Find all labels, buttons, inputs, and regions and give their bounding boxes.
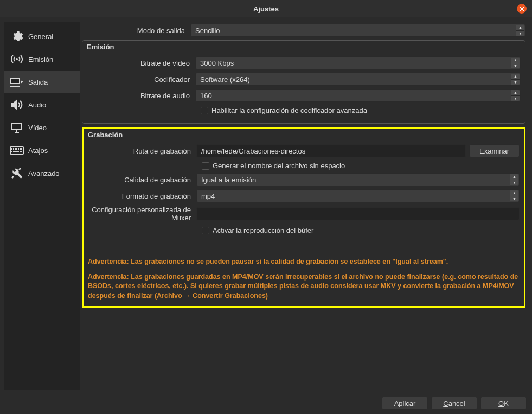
ok-button[interactable]: OK	[480, 397, 527, 410]
dialog-footer: Aplicar Cancel OK	[382, 397, 527, 410]
recording-panel: Grabación Ruta de grabación Examinar Gen…	[82, 127, 525, 308]
chevron-up-icon[interactable]: ▲	[510, 190, 518, 196]
sidebar-item-stream[interactable]: Emisión	[4, 48, 80, 71]
sidebar-item-label: Salida	[28, 78, 48, 86]
recording-path-input[interactable]	[196, 144, 466, 157]
replay-buffer-checkbox[interactable]	[202, 227, 209, 234]
recording-panel-title: Grabación	[88, 131, 520, 139]
recording-quality-label: Calidad de grabación	[88, 176, 196, 184]
titlebar: Ajustes	[0, 0, 532, 17]
chevron-up-icon[interactable]: ▲	[516, 25, 524, 31]
chevron-up-icon[interactable]: ▲	[511, 74, 520, 80]
speaker-icon	[10, 99, 24, 111]
streaming-panel: Emisión Bitrate de vídeo 3000 Kbps ▲▼ Co…	[82, 40, 525, 124]
main-content: Modo de salida Sencillo ▲▼ Emisión Bitra…	[80, 22, 528, 390]
chevron-down-icon[interactable]: ▼	[511, 80, 520, 85]
sidebar-item-label: Atajos	[28, 147, 48, 155]
monitor-icon	[10, 122, 24, 133]
sidebar-item-label: Audio	[28, 101, 46, 109]
tools-icon	[10, 167, 24, 179]
browse-button[interactable]: Examinar	[469, 144, 520, 157]
svg-rect-13	[18, 149, 19, 150]
svg-rect-2	[11, 148, 12, 149]
encoder-select[interactable]: Software (x264) ▲▼	[195, 73, 521, 86]
encoder-label: Codificador	[87, 75, 195, 84]
chevron-down-icon[interactable]: ▼	[510, 196, 518, 202]
svg-rect-6	[18, 148, 19, 149]
recording-warning-2: Advertencia: Las grabaciones guardadas e…	[88, 272, 520, 301]
replay-buffer-label: Activar la reproducción del búfer	[213, 226, 313, 234]
svg-rect-11	[15, 149, 16, 150]
advanced-encoder-label: Habilitar la configuración de codificado…	[211, 106, 367, 114]
gear-icon	[10, 30, 24, 42]
chevron-down-icon[interactable]: ▼	[510, 180, 518, 186]
sidebar: General Emisión Salida Audio Vídeo	[4, 22, 80, 390]
recording-warning-1: Advertencia: Las grabaciones no se puede…	[88, 257, 520, 267]
svg-rect-19	[21, 151, 22, 152]
broadcast-icon	[10, 53, 24, 65]
chevron-up-icon[interactable]: ▲	[511, 58, 520, 63]
output-icon	[10, 76, 24, 88]
apply-button[interactable]: Aplicar	[382, 397, 428, 410]
svg-rect-18	[20, 151, 21, 152]
audio-bitrate-select[interactable]: 160 ▲▼	[195, 89, 521, 102]
svg-rect-16	[11, 151, 12, 152]
recording-format-select[interactable]: mp4 ▲▼	[196, 189, 520, 202]
svg-rect-8	[21, 148, 22, 149]
chevron-down-icon[interactable]: ▼	[511, 63, 520, 69]
sidebar-item-general[interactable]: General	[4, 25, 80, 48]
sidebar-item-advanced[interactable]: Avanzado	[4, 162, 80, 184]
chevron-down-icon[interactable]: ▼	[516, 31, 524, 36]
sidebar-item-label: Emisión	[28, 55, 53, 63]
svg-rect-12	[16, 149, 17, 150]
svg-rect-4	[15, 148, 16, 149]
audio-bitrate-label: Bitrate de audio	[87, 92, 195, 100]
svg-rect-9	[11, 149, 12, 150]
svg-rect-7	[20, 148, 21, 149]
svg-rect-14	[20, 149, 21, 150]
advanced-encoder-checkbox[interactable]	[201, 107, 208, 114]
recording-path-label: Ruta de grabación	[88, 147, 196, 155]
streaming-panel-title: Emisión	[87, 43, 521, 51]
keyboard-icon	[10, 144, 24, 156]
recording-format-label: Formato de grabación	[88, 192, 196, 200]
chevron-down-icon[interactable]: ▼	[511, 96, 520, 101]
svg-rect-5	[16, 148, 17, 149]
close-button[interactable]	[517, 4, 527, 14]
svg-rect-10	[13, 149, 14, 150]
nospace-checkbox[interactable]	[202, 162, 209, 170]
close-icon	[520, 7, 524, 11]
chevron-up-icon[interactable]: ▲	[511, 90, 520, 96]
video-bitrate-input[interactable]: 3000 Kbps ▲▼	[195, 56, 521, 69]
chevron-up-icon[interactable]: ▲	[510, 174, 518, 180]
sidebar-item-video[interactable]: Vídeo	[4, 116, 80, 139]
sidebar-item-label: Avanzado	[28, 169, 60, 177]
sidebar-item-output[interactable]: Salida	[4, 71, 80, 93]
muxer-label: Configuración personalizada de Muxer	[88, 206, 196, 222]
cancel-button[interactable]: Cancel	[431, 397, 477, 410]
svg-rect-17	[13, 151, 19, 152]
window-title: Ajustes	[253, 5, 279, 13]
muxer-input[interactable]	[196, 207, 520, 220]
nospace-label: Generar el nombre del archivo sin espaci…	[213, 162, 345, 170]
svg-rect-3	[13, 148, 14, 149]
video-bitrate-label: Bitrate de vídeo	[87, 59, 195, 67]
output-mode-label: Modo de salida	[82, 27, 190, 35]
recording-quality-select[interactable]: Igual a la emisión ▲▼	[196, 173, 520, 186]
output-mode-select[interactable]: Sencillo ▲▼	[190, 24, 525, 37]
sidebar-item-hotkeys[interactable]: Atajos	[4, 139, 80, 162]
sidebar-item-label: General	[28, 33, 53, 41]
sidebar-item-label: Vídeo	[28, 124, 47, 132]
svg-rect-15	[21, 149, 22, 150]
sidebar-item-audio[interactable]: Audio	[4, 93, 80, 116]
